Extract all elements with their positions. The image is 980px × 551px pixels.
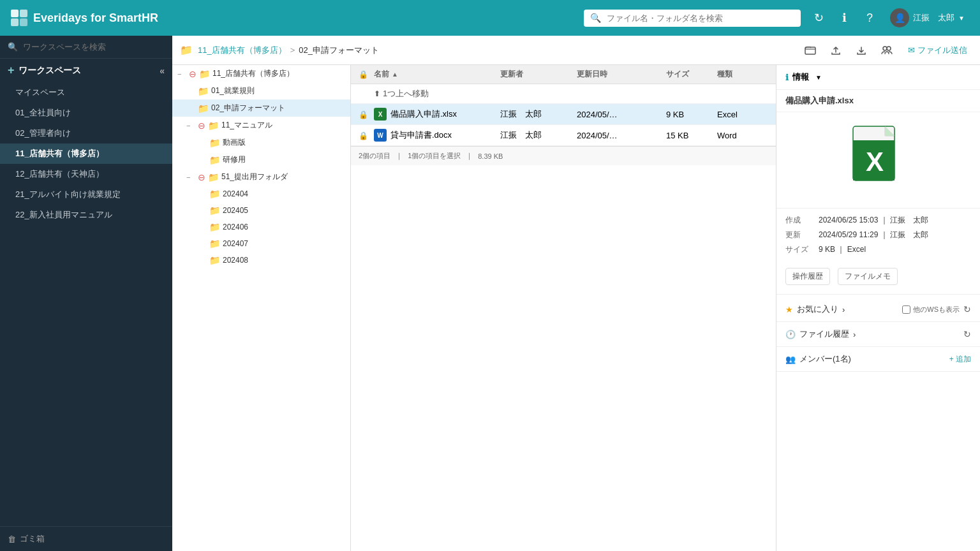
favorites-refresh-button[interactable]: ↻ (963, 304, 971, 314)
download-button[interactable] (852, 41, 871, 60)
info-icon: ℹ (785, 73, 789, 82)
footer-sep1: ｜ (396, 151, 403, 161)
members-button[interactable] (877, 41, 896, 60)
info-size-value: 9 KB ｜ Excel (819, 244, 866, 255)
members-text: メンバー(1名) (799, 353, 851, 365)
send-file-button[interactable]: ✉ ファイル送信 (903, 42, 972, 59)
sidebar-item-21-part[interactable]: 21_アルバイト向け就業規定 (0, 184, 172, 205)
right-panel-header-label[interactable]: 情報 (792, 71, 809, 83)
header-name-label: 名前 (374, 69, 389, 80)
add-workspace-button[interactable]: + (8, 64, 15, 77)
info-created-value: 2024/06/25 15:03 ｜ 江振 太郎 (819, 215, 928, 226)
sidebar-collapse-button[interactable]: « (160, 66, 165, 76)
sidebar-item-21-label: 21_アルバイト向け就業規定 (15, 189, 121, 200)
members-icon: 👥 (785, 355, 796, 364)
svg-rect-1 (20, 10, 27, 17)
header-date: 更新日時 (577, 69, 666, 80)
info-actions: 操作履歴 ファイルメモ (776, 265, 980, 291)
lock-icon-2: 🔒 (359, 131, 368, 140)
tree-label-202408: 202408 (223, 256, 345, 265)
breadcrumb-bar: 📁 11_店舗共有（博多店） > 02_申請フォーマット (172, 36, 980, 65)
tree-item-02[interactable]: 📁 02_申請フォーマット (172, 99, 350, 117)
file-list-area: − ⊖ 📁 11_店舗共有（博多店） 📁 01_就業規則 📁 02_申請フォーマ… (172, 65, 980, 551)
tree-item-202408[interactable]: 📁 202408 (172, 252, 350, 268)
file-date-2: 2024/05/… (577, 131, 666, 140)
memo-button[interactable]: ファイルメモ (838, 268, 898, 285)
global-search-wrapper: 🔍 (584, 10, 801, 27)
info-created-sep: ｜ (880, 216, 890, 224)
app-logo: Everidays for SmartHR (10, 9, 158, 27)
members-label[interactable]: 👥 メンバー(1名) (785, 353, 851, 365)
favorites-arrow: › (842, 305, 845, 314)
info-created-label: 作成 (785, 215, 811, 226)
header-name[interactable]: 名前 ▲ (374, 69, 500, 80)
tree-folder-icon-202406: 📁 (209, 222, 220, 232)
add-member-button[interactable]: + 追加 (949, 354, 971, 365)
history-button[interactable]: 操作履歴 (785, 268, 830, 285)
info-updated-label: 更新 (785, 230, 811, 240)
user-avatar: 👤 (890, 8, 909, 27)
sidebar-item-22-new[interactable]: 22_新入社員用マニュアル (0, 205, 172, 225)
info-updated-value: 2024/05/29 11:29 ｜ 江振 太郎 (819, 230, 928, 240)
refresh-button[interactable]: ↻ (808, 8, 829, 28)
file-size-1: 9 KB (666, 110, 717, 119)
tree-label-202406: 202406 (223, 223, 345, 231)
tree-item-202406[interactable]: 📁 202406 (172, 219, 350, 235)
user-menu[interactable]: 👤 江振 太郎 ▼ (885, 6, 970, 30)
tree-minus-icon: ⊖ (189, 69, 197, 79)
footer-size: 8.39 KB (478, 152, 503, 160)
sidebar-item-12-tenjin[interactable]: 12_店舗共有（天神店） (0, 164, 172, 184)
sidebar-search-input[interactable] (23, 42, 165, 52)
tree-item-202404[interactable]: 📁 202404 (172, 186, 350, 202)
sidebar: 🔍 + ワークスペース « マイスペース 01_全社員向け 02_管理者向け 1… (0, 36, 172, 551)
trash-icon: 🗑 (8, 534, 16, 544)
file-history-label[interactable]: 🕐 ファイル履歴 › (785, 328, 856, 340)
sidebar-item-myspace[interactable]: マイスペース (0, 82, 172, 103)
svg-rect-0 (11, 10, 19, 17)
tree-item-root[interactable]: − ⊖ 📁 11_店舗共有（博多店） (172, 65, 350, 82)
sidebar-item-01-all[interactable]: 01_全社員向け (0, 103, 172, 123)
go-up-row[interactable]: ⬆ 1つ上へ移動 (351, 84, 776, 104)
show-other-ws-checkbox[interactable] (902, 305, 910, 314)
favorites-section: ★ お気に入り › 他のWSも表示 ↻ (776, 297, 980, 322)
members-section: 👥 メンバー(1名) + 追加 (776, 347, 980, 372)
favorites-text: お気に入り (797, 304, 838, 315)
tree-item-202407[interactable]: 📁 202407 (172, 235, 350, 252)
file-history-actions: ↻ (963, 329, 971, 339)
tree-label-202404: 202404 (223, 189, 345, 198)
history-icon: 🕐 (785, 330, 796, 339)
file-row-1[interactable]: 🔒 X 備品購入申請.xlsx 江振 太郎 2024/05/… 9 KB Exc… (351, 104, 776, 125)
info-button[interactable]: ℹ (834, 8, 854, 28)
file-history-refresh-button[interactable]: ↻ (963, 329, 971, 339)
members-actions: + 追加 (949, 354, 971, 365)
global-search-input[interactable] (584, 10, 801, 27)
user-dropdown-icon: ▼ (958, 15, 965, 22)
sort-icon: ▲ (392, 71, 398, 78)
info-table: 作成 2024/06/25 15:03 ｜ 江振 太郎 更新 2024/05/2… (776, 209, 980, 265)
tree-item-202405[interactable]: 📁 202405 (172, 202, 350, 219)
tree-item-video[interactable]: 📁 動画版 (172, 134, 350, 151)
favorites-label[interactable]: ★ お気に入り › (785, 304, 845, 315)
trash-button[interactable]: 🗑 ゴミ箱 (0, 526, 172, 551)
tree-item-11[interactable]: − ⊖ 📁 11_マニュアル (172, 117, 350, 134)
show-other-ws-label[interactable]: 他のWSも表示 (902, 305, 960, 314)
sidebar-item-11-hakata[interactable]: 11_店舗共有（博多店） (0, 143, 172, 164)
upload-button[interactable] (826, 41, 845, 60)
help-button[interactable]: ? (859, 8, 880, 28)
file-row-2[interactable]: 🔒 W 貸与申請書.docx 江振 太郎 2024/05/… 15 KB Wor… (351, 125, 776, 146)
breadcrumb-parent[interactable]: 11_店舗共有（博多店） (198, 45, 286, 56)
breadcrumb: 11_店舗共有（博多店） > 02_申請フォーマット (198, 45, 796, 56)
topbar-icons: ↻ ℹ ? 👤 江振 太郎 ▼ (808, 6, 970, 30)
sidebar-item-02-admin[interactable]: 02_管理者向け (0, 123, 172, 143)
tree-item-51[interactable]: − ⊖ 📁 51_提出用フォルダ (172, 168, 350, 186)
tree-item-01[interactable]: 📁 01_就業規則 (172, 82, 350, 99)
tree-folder-icon-training: 📁 (209, 155, 220, 165)
new-folder-button[interactable] (801, 41, 820, 60)
header-size: サイズ (666, 69, 717, 80)
file-updater-1: 江振 太郎 (500, 108, 577, 120)
footer-sep2: ｜ (466, 151, 473, 161)
sidebar-search-bar: 🔍 (0, 36, 172, 59)
divider-1 (776, 294, 980, 295)
file-name-2: 貸与申請書.docx (390, 129, 452, 141)
tree-item-training[interactable]: 📁 研修用 (172, 151, 350, 168)
